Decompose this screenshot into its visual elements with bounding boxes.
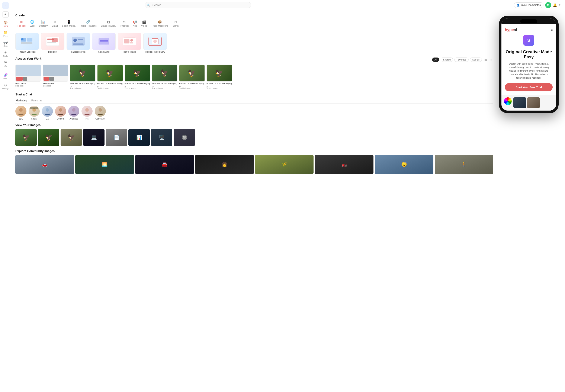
sidebar-item-studio[interactable]: ✦ Studio [1, 49, 11, 58]
sidebar-item-settings[interactable]: ⚙ Settings [1, 82, 11, 91]
settings-icon: ⚙ [4, 83, 7, 87]
work-item-label: Portrait Of A Wildlife Flying ... [179, 83, 205, 87]
tab-trade-marketing[interactable]: 📦 Trade Marketing [149, 19, 171, 28]
app-logo[interactable]: h [2, 2, 9, 9]
community-image-farm[interactable]: 🌾 [255, 155, 314, 174]
persona-pr[interactable]: PR [81, 106, 92, 120]
main-panel: 🔍 👤 Invite Teammates M 🔔 ⊙ Create ⊞ [11, 0, 565, 392]
image-eagle2[interactable]: 🦅 [38, 129, 59, 146]
image-isometric[interactable]: 🖥️ [151, 129, 172, 146]
add-button[interactable]: + [2, 12, 9, 17]
tab-email[interactable]: ✉ Email [50, 19, 60, 28]
persona-seo[interactable]: SEO [15, 106, 27, 120]
image-papers[interactable]: 📄 [106, 129, 127, 146]
home-icon: 🏠 [3, 20, 8, 25]
persona-social[interactable]: Social [29, 106, 40, 120]
invite-teammates-button[interactable]: 👤 Invite Teammates [514, 2, 543, 8]
work-item-label: Portrait Of A Wildlife Flying ... [207, 83, 232, 87]
image-analytics[interactable]: 📊 [128, 129, 150, 146]
image-eagle3[interactable]: 🦅 [60, 129, 82, 146]
image-coins[interactable]: 🔘 [174, 129, 195, 146]
video-icon: 🎬 [142, 20, 146, 24]
tab-strategy[interactable]: 📊 Strategy [37, 19, 50, 28]
access-work-title: Access Your Work [15, 57, 41, 60]
persona-name-ux: UX [46, 118, 49, 120]
sidebar-item-chat[interactable]: 💬 Chat [1, 39, 11, 48]
persona-generalist[interactable]: Generalist [95, 106, 106, 120]
phone-menu-icon[interactable]: ≡ [551, 28, 553, 32]
tab-blank[interactable]: □ Blank [170, 19, 181, 28]
template-facebook-post[interactable]: Facebook Post [67, 33, 90, 53]
sidebar-item-dna[interactable]: 🧬 DNA [1, 72, 11, 81]
work-item[interactable]: 🦅 Portrait Of A Wildlife Flying ... Text… [125, 65, 150, 89]
sidebar-item-home[interactable]: 🏠 Home [1, 19, 11, 28]
phone-studio-icon: S [523, 35, 534, 46]
community-image-sleep[interactable]: 😴 [375, 155, 433, 174]
work-item[interactable]: 🦅 Portrait Of A Wildlife Flying ... Text… [207, 65, 232, 89]
filter-buttons: All Shared Favorites See all ⊞ ≡ [432, 57, 493, 62]
search-input[interactable] [145, 2, 251, 8]
community-image-woman[interactable]: 👩 [195, 155, 254, 174]
files-icon: 📁 [3, 30, 8, 35]
work-item[interactable]: 🦅 Portrait Of A Wildlife Flying ... Text… [70, 65, 96, 89]
template-product-concepts[interactable]: Product Concepts [15, 33, 39, 53]
tab-brand-imagery[interactable]: 🖼 Brand Imagery [99, 19, 118, 28]
work-item[interactable]: 🦅 Portrait Of A Wildlife Flying ... Text… [152, 65, 178, 89]
filter-all[interactable]: All [432, 57, 439, 62]
main-content: Create ⊞ For You 🌐 Web 📊 Strategy ✉ Emai [11, 10, 565, 392]
tab-web[interactable]: 🌐 Web [28, 19, 37, 28]
left-panel: Create ⊞ For You 🌐 Web 📊 Strategy ✉ Emai [15, 14, 493, 389]
svg-point-24 [32, 108, 36, 112]
work-item[interactable]: 🦅 Portrait Of A Wildlife Flying ... Text… [179, 65, 205, 89]
list-view-button[interactable]: ≡ [489, 57, 493, 62]
image-eagle1[interactable]: 🦅 [15, 129, 37, 146]
category-tabs: ⊞ For You 🌐 Web 📊 Strategy ✉ Email 📱 [15, 19, 493, 30]
chat-tabs: Marketing Personas [15, 98, 493, 104]
persona-analytics[interactable]: Analytics [68, 106, 79, 120]
svg-rect-11 [78, 39, 83, 40]
notifications-icon[interactable]: 🔔 [553, 3, 557, 7]
persona-ux[interactable]: UX [42, 106, 53, 120]
work-item-label: Hello World [15, 83, 41, 85]
work-item-sub: Text to Image [97, 87, 123, 89]
persona-content[interactable]: Content [55, 106, 66, 120]
tab-for-you[interactable]: ⊞ For You [15, 19, 28, 28]
image-tablet[interactable]: 💻 [83, 129, 104, 146]
template-product-photography[interactable]: Product Photography [143, 33, 167, 53]
tab-public-relations[interactable]: 🔗 Public Relations [78, 19, 99, 28]
community-image-car2[interactable]: 🚘 [135, 155, 194, 174]
tab-video[interactable]: 🎬 Video [139, 19, 149, 28]
community-image-moto[interactable]: 🏍️ [315, 155, 373, 174]
community-image-car[interactable]: 🚗 [15, 155, 74, 174]
tab-product[interactable]: 🛍 Product [118, 19, 131, 28]
phone-content: hypeai ≡ S Original Creative Made Easy D… [501, 24, 556, 95]
template-text-to-image[interactable]: Text to image [118, 33, 141, 53]
email-icon: ✉ [54, 20, 56, 24]
template-signmaking[interactable]: Signmaking [92, 33, 116, 53]
user-avatar[interactable]: M [545, 2, 551, 8]
template-blog-post[interactable]: Blog post [41, 33, 64, 53]
grid-view-button[interactable]: ⊞ [483, 57, 488, 62]
filter-shared[interactable]: Shared [441, 57, 453, 62]
work-item[interactable]: Hello World Blog post [43, 65, 68, 89]
svg-rect-15 [100, 40, 108, 42]
tab-ads[interactable]: 📢 Ads [131, 19, 139, 28]
phone-header: hypeai ≡ [505, 28, 553, 32]
chat-tab-personas[interactable]: Personas [31, 98, 43, 103]
access-work-header: Access Your Work All Shared Favorites Se… [15, 57, 493, 62]
help-icon[interactable]: ⊙ [559, 3, 562, 7]
work-item[interactable]: Hello World Blog post [15, 65, 41, 89]
sidebar-label-home: Home [3, 25, 8, 27]
search-bar: 🔍 [145, 2, 251, 8]
sidebar-item-files[interactable]: 📁 Files [1, 29, 11, 38]
community-image-lake[interactable]: 🌅 [75, 155, 134, 174]
community-image-walk[interactable]: 🚶 [435, 155, 493, 174]
sidebar-item-spy[interactable]: 👁 Spy [1, 59, 11, 68]
tab-social-media[interactable]: 📱 Social Media [60, 19, 78, 28]
see-all-button[interactable]: See all [470, 57, 482, 62]
template-label-concepts: Product Concepts [15, 51, 39, 53]
phone-cta-button[interactable]: Start Your Free Trial [505, 83, 553, 91]
chat-tab-marketing[interactable]: Marketing [15, 98, 28, 103]
work-item[interactable]: 🦅 Portrait Of A Wildlife Flying ... Text… [97, 65, 123, 89]
filter-favorites[interactable]: Favorites [454, 57, 469, 62]
